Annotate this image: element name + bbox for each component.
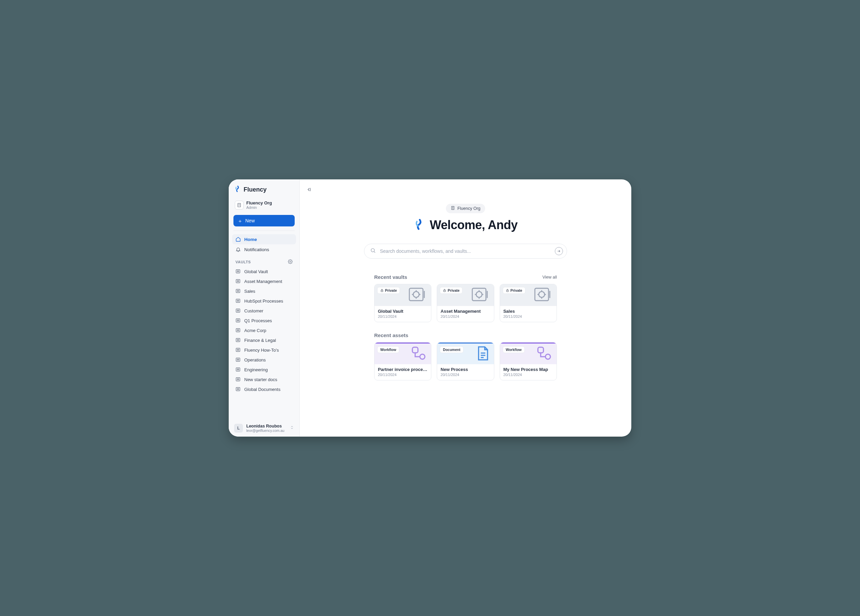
search-submit-button[interactable]: [555, 247, 563, 255]
card-title: My New Process Map: [504, 367, 553, 372]
svg-point-81: [237, 388, 239, 390]
vault-item-label: Asset Management: [244, 279, 282, 284]
building-icon: [235, 201, 243, 209]
vaults-section-label: VAULTS: [235, 260, 251, 264]
card-title: New Process: [441, 367, 490, 372]
vault-art-icon: [470, 286, 490, 304]
main-content: Fluency Org Welcome, Andy: [300, 179, 631, 437]
recent-assets-title: Recent assets: [374, 332, 408, 338]
recent-vaults-title: Recent vaults: [374, 274, 407, 280]
new-button-label: New: [245, 218, 255, 223]
fluency-logo-icon: [413, 218, 425, 231]
workflow-card[interactable]: WorkflowMy New Process Map20/11/2024: [500, 342, 557, 380]
card-date: 20/11/2024: [378, 372, 428, 377]
sidebar-vault-item[interactable]: HubSpot Processes: [232, 296, 296, 306]
home-icon: [235, 237, 241, 242]
vault-art-icon: [533, 286, 552, 304]
recent-vaults-row: PrivateGlobal Vault20/11/2024PrivateAsse…: [374, 284, 557, 322]
svg-rect-102: [444, 291, 446, 292]
vault-item-label: Customer: [244, 308, 263, 313]
vault-item-label: Engineering: [244, 367, 268, 372]
type-badge: Document: [440, 346, 463, 353]
svg-rect-14: [236, 280, 240, 283]
sidebar-vault-item[interactable]: New starter docs: [232, 375, 296, 384]
vault-card[interactable]: PrivateAsset Management20/11/2024: [437, 284, 494, 322]
user-email: leor@getfluency.com.au: [246, 429, 284, 432]
svg-point-7: [290, 261, 291, 262]
new-button[interactable]: ＋ New: [234, 215, 295, 226]
vault-card[interactable]: PrivateSales20/11/2024: [500, 284, 557, 322]
svg-point-33: [237, 310, 239, 311]
sidebar-vault-item[interactable]: Global Documents: [232, 385, 296, 394]
divider: [234, 231, 295, 231]
vault-item-label: Sales: [244, 289, 256, 294]
svg-point-69: [237, 369, 239, 370]
vault-icon: [235, 318, 241, 323]
vault-item-label: Global Documents: [244, 387, 281, 392]
sidebar-vault-item[interactable]: Q1 Processes: [232, 316, 296, 325]
svg-rect-94: [381, 291, 383, 292]
brand-name: Fluency: [243, 186, 267, 193]
svg-rect-68: [236, 368, 240, 371]
vault-list: Global VaultAsset ManagementSalesHubSpot…: [232, 267, 296, 421]
svg-point-57: [237, 349, 239, 350]
vault-icon: [235, 328, 241, 333]
svg-point-112: [538, 291, 545, 297]
card-date: 20/11/2024: [441, 372, 490, 377]
nav-notifications[interactable]: Notifications: [232, 244, 296, 255]
collapse-sidebar-icon[interactable]: [306, 187, 312, 193]
vault-item-label: Operations: [244, 357, 266, 363]
org-role: Admin: [246, 206, 272, 209]
svg-rect-50: [236, 338, 240, 342]
view-all-link[interactable]: View all: [542, 275, 557, 280]
app-frame: Fluency Fluency Org Admin ＋ New: [229, 179, 631, 437]
user-menu[interactable]: L Leonidas Roubos leor@getfluency.com.au: [232, 421, 296, 432]
private-badge: Private: [503, 287, 526, 294]
sidebar-vault-item[interactable]: Customer: [232, 306, 296, 316]
org-switcher[interactable]: Fluency Org Admin: [232, 198, 296, 212]
type-badge: Workflow: [377, 346, 399, 353]
sidebar-vault-item[interactable]: Fluency How-To's: [232, 345, 296, 355]
card-date: 20/11/2024: [441, 314, 490, 319]
vault-icon: [235, 298, 241, 303]
svg-rect-111: [535, 288, 548, 300]
vault-item-label: Finance & Legal: [244, 338, 276, 343]
svg-rect-26: [236, 299, 240, 303]
vault-card[interactable]: PrivateGlobal Vault20/11/2024: [374, 284, 432, 322]
svg-point-124: [545, 354, 551, 359]
svg-rect-123: [538, 347, 543, 352]
vault-icon: [235, 387, 241, 392]
sidebar-vault-item[interactable]: Asset Management: [232, 277, 296, 286]
private-badge: Private: [377, 287, 400, 294]
workflow-card[interactable]: WorkflowPartner invoice process20/11/202…: [374, 342, 432, 380]
vault-icon: [235, 338, 241, 343]
svg-rect-95: [410, 288, 423, 300]
sidebar-vault-item[interactable]: Finance & Legal: [232, 335, 296, 345]
sidebar-vault-item[interactable]: Operations: [232, 355, 296, 365]
org-pill[interactable]: Fluency Org: [446, 204, 485, 213]
building-icon: [450, 206, 455, 211]
avatar: L: [234, 424, 243, 432]
svg-point-15: [237, 281, 239, 282]
card-date: 20/11/2024: [378, 314, 428, 319]
sidebar-vault-item[interactable]: Sales: [232, 286, 296, 296]
document-card[interactable]: DocumentNew Process20/11/2024: [437, 342, 494, 380]
search-input[interactable]: [364, 244, 567, 259]
user-name: Leonidas Roubos: [246, 424, 284, 429]
sidebar-vault-item[interactable]: Global Vault: [232, 267, 296, 276]
vault-icon: [235, 367, 241, 372]
svg-rect-0: [238, 203, 240, 207]
sidebar-vault-item[interactable]: Acme Corp: [232, 325, 296, 335]
document-art-icon: [476, 345, 490, 363]
svg-point-39: [237, 320, 239, 321]
nav-home[interactable]: Home: [232, 234, 296, 244]
vault-icon: [235, 357, 241, 363]
vault-icon: [235, 269, 241, 274]
svg-point-91: [371, 248, 375, 252]
sidebar-vault-item[interactable]: Engineering: [232, 365, 296, 374]
vault-item-label: Global Vault: [244, 269, 268, 274]
gear-icon[interactable]: [288, 259, 293, 265]
brand: Fluency: [232, 185, 296, 198]
svg-rect-74: [236, 378, 240, 381]
svg-point-51: [237, 339, 239, 341]
